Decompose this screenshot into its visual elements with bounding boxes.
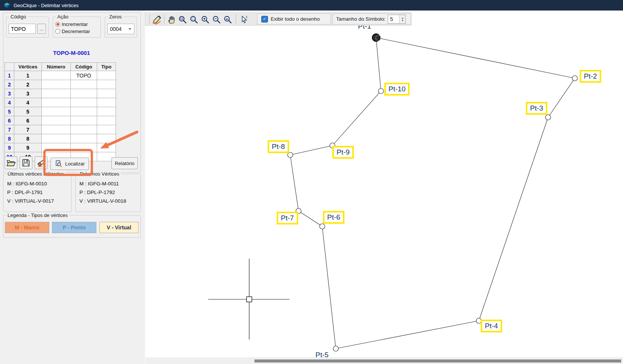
exibir-panel: Exibir todo o desenho [257,14,331,24]
acao-groupbox: Ação IncrementarDecrementar [53,17,101,38]
toolbar-separator [149,14,150,24]
exibir-checkbox-label: Exibir todo o desenho [271,16,320,22]
cell-vertices-7[interactable]: 7 [14,125,42,134]
vertex-point[interactable] [378,88,384,94]
cell-codigo-7[interactable] [71,125,97,134]
cell-numero-5[interactable] [42,107,71,116]
select-tool-button[interactable] [239,14,249,25]
cell-numero-3[interactable] [42,89,71,98]
zeros-select[interactable]: 0004 [107,24,134,34]
vertex-point[interactable] [288,152,293,158]
crosshair-pickbox [247,297,252,302]
vertex-point[interactable] [333,346,338,351]
cell-vertices-4[interactable]: 4 [14,98,42,107]
cell-codigo-8[interactable] [71,134,97,143]
vertex-point-selected[interactable] [372,34,380,41]
table-header-row: Vértices Número Código Tipo [5,63,116,71]
row-header-4[interactable]: 4 [5,98,14,107]
vertex-point[interactable] [572,76,577,81]
row-header-6[interactable]: 6 [5,116,14,125]
tamanho-simbolo-spinner[interactable]: 5 ▲▼ [388,15,406,24]
zeros-label: Zeros [108,14,123,20]
cell-tipo-8[interactable] [97,134,116,143]
cell-tipo-6[interactable] [97,116,116,125]
col-header-vertices: Vértices [14,63,42,71]
row-header-3[interactable]: 3 [5,89,14,98]
polygon-edge [290,146,332,155]
cell-tipo-3[interactable] [97,89,116,98]
row-header-5[interactable]: 5 [5,107,14,116]
cell-codigo-5[interactable] [71,107,97,116]
codigo-groupbox: Código ... [6,17,49,38]
horizontal-scrollbar[interactable] [145,357,623,364]
vertex-point[interactable] [320,224,325,229]
cell-vertices-5[interactable]: 5 [14,107,42,116]
radio-decrementar[interactable]: Decrementar [55,28,90,35]
table-row: 44 [5,98,116,107]
info-line: M : IGFG-M-0011 [79,179,126,188]
row-header-9[interactable]: 9 [5,143,14,152]
legenda-title: Legenda - Tipos de vértices [6,212,69,218]
cell-tipo-2[interactable] [97,80,116,89]
zoom-previous-icon [223,15,233,24]
cell-numero-2[interactable] [42,80,71,89]
toolbar-separator [236,14,236,24]
row-header-8[interactable]: 8 [5,134,14,143]
cell-codigo-1[interactable]: TOPO [71,71,97,80]
zoom-window-button[interactable] [177,14,188,25]
cell-numero-4[interactable] [42,98,71,107]
scrollbar-thumb[interactable] [254,359,621,362]
vertex-point[interactable] [476,318,481,323]
cell-codigo-2[interactable] [71,80,97,89]
cell-vertices-9[interactable]: 9 [14,143,42,152]
vertex-point[interactable] [296,208,301,214]
cell-tipo-5[interactable] [97,107,116,116]
radio-label: Incrementar [62,21,88,27]
relatorio-button[interactable]: Relatório [111,157,138,169]
vertex-point[interactable] [545,115,551,120]
cell-vertices-6[interactable]: 6 [14,116,42,125]
info-line: V : VIRTUAL-V-0017 [7,197,54,205]
open-file-button[interactable] [5,156,17,169]
vertex-point[interactable] [330,143,335,148]
info-line: V : VIRTUAL-V-0018 [79,197,126,205]
zoom-previous-button[interactable] [222,14,233,25]
codigo-input[interactable] [9,24,36,34]
cell-vertices-2[interactable]: 2 [14,80,42,89]
col-header-tipo: Tipo [97,63,116,71]
acao-options: IncrementarDecrementar [55,21,90,35]
cell-numero-8[interactable] [42,134,71,143]
save-button[interactable] [20,156,32,169]
cell-numero-1[interactable] [42,71,71,80]
radio-icon[interactable] [55,29,60,34]
zoom-out-button[interactable] [211,14,222,25]
table-row: 77 [5,125,116,134]
zoom-extents-button[interactable] [189,14,199,25]
cell-vertices-8[interactable]: 8 [14,134,42,143]
cell-codigo-6[interactable] [71,116,97,125]
zoom-in-button[interactable] [200,14,210,25]
proximos-vertices-groupbox: Próximos Vértices M : IGFG-M-0011P : DPL… [75,174,141,212]
cell-numero-7[interactable] [42,125,71,134]
row-header-1[interactable]: 1 [5,71,14,80]
cell-tipo-9[interactable] [97,143,116,152]
cell-tipo-4[interactable] [97,98,116,107]
cell-numero-6[interactable] [42,116,71,125]
exibir-checkbox[interactable] [261,16,268,23]
radio-icon[interactable] [55,22,60,27]
radio-incrementar[interactable]: Incrementar [55,21,90,28]
draw-tool-button[interactable] [151,14,162,25]
row-header-7[interactable]: 7 [5,125,14,134]
codigo-browse-button[interactable]: ... [37,24,46,34]
cell-tipo-1[interactable] [97,71,116,80]
spinner-arrows-icon[interactable]: ▲▼ [399,15,405,23]
cell-vertices-1[interactable]: 1 [14,71,42,80]
cell-tipo-7[interactable] [97,125,116,134]
cell-vertices-3[interactable]: 3 [14,89,42,98]
pan-button[interactable] [166,14,177,25]
cell-codigo-4[interactable] [71,98,97,107]
zoom-in-icon [201,15,210,24]
cell-codigo-3[interactable] [71,89,97,98]
row-header-2[interactable]: 2 [5,80,14,89]
title-bar[interactable]: GeoClique - Delimitar vértices [0,0,623,11]
